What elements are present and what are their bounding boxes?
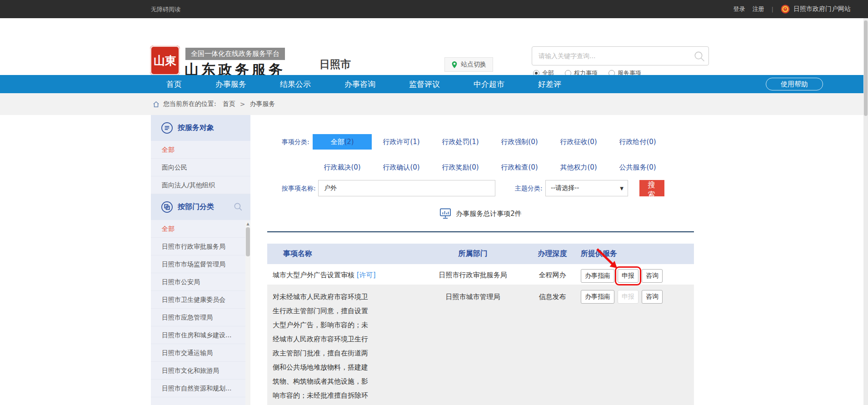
- category-filter-button[interactable]: 行政确认(0): [372, 160, 431, 175]
- service-target-icon: [161, 122, 173, 134]
- topic-select[interactable]: --请选择-- ▼: [545, 180, 628, 196]
- chevron-down-icon: ▼: [620, 186, 624, 191]
- sidebar-section-title: 按服务对象: [178, 123, 214, 133]
- guide-button[interactable]: 办事指南: [581, 290, 614, 304]
- header: 山東 全国一体化在线政务服务平台 山东政务服务 日照市 站点切换 全部权力事项服…: [0, 18, 868, 75]
- sidebar-scrollbar[interactable]: ▲: [245, 221, 250, 405]
- category-filter-button[interactable]: 行政检查(0): [490, 160, 549, 175]
- category-filter-button[interactable]: 行政处罚(1): [431, 134, 490, 150]
- summary-text: 办事服务总计事项2件: [456, 210, 522, 218]
- sidebar-item[interactable]: 面向公民: [151, 159, 250, 176]
- category-filter-button[interactable]: 全部(2): [313, 134, 372, 150]
- sidebar-item[interactable]: 日照市自然资源和规划...: [151, 380, 250, 397]
- category-filter-name: 行政奖励: [442, 163, 469, 172]
- category-filter-list: 全部(2)行政许可(1)行政处罚(1)行政强制(0)行政征收(0)行政给付(0)…: [313, 134, 667, 175]
- main-content: 事项分类: 全部(2)行政许可(1)行政处罚(1)行政强制(0)行政征收(0)行…: [267, 115, 694, 405]
- category-filter-count: (0): [646, 138, 656, 146]
- sidebar-item[interactable]: 日照市交通运输局: [151, 344, 250, 362]
- nav-item-4[interactable]: 办事咨询: [344, 79, 375, 90]
- sidebar-search-icon[interactable]: [233, 202, 243, 214]
- nav-items: 首页办事服务结果公示办事咨询监督评议中介超市好差评: [166, 75, 561, 93]
- site-switch-label: 站点切换: [461, 60, 486, 69]
- portal-link[interactable]: 日照市政府门户网站: [781, 5, 851, 14]
- location-pin-icon: [451, 61, 458, 69]
- item-permission-tag[interactable]: [许可]: [357, 271, 376, 279]
- national-emblem-icon: [781, 5, 790, 14]
- site-switch-button[interactable]: 站点切换: [444, 57, 493, 72]
- nav-item-3[interactable]: 结果公示: [280, 79, 311, 90]
- column-header-depth: 办理深度: [524, 249, 581, 259]
- category-filter-count: (0): [410, 163, 419, 171]
- table-row: 城市大型户外广告设置审核 [许可]日照市行政审批服务局全程网办办事指南申报咨询: [267, 264, 694, 285]
- category-filter-button[interactable]: 行政裁决(0): [313, 160, 372, 175]
- window-scrollbar-thumb[interactable]: [864, 20, 868, 116]
- category-filter-name: 行政处罚: [442, 138, 469, 146]
- item-department-cell: 日照市行政审批服务局: [422, 269, 524, 283]
- nav-item-6[interactable]: 中介超市: [474, 79, 504, 90]
- category-filter-button[interactable]: 行政强制(0): [490, 134, 549, 150]
- sidebar-item[interactable]: 全部: [151, 141, 250, 159]
- stats-monitor-icon: [439, 208, 451, 220]
- category-filter-name: 行政许可: [383, 138, 410, 146]
- apply-button[interactable]: 申报: [618, 269, 639, 283]
- login-link[interactable]: 登录: [733, 5, 745, 13]
- accessibility-link[interactable]: 无障碍阅读: [151, 5, 180, 14]
- sidebar-scrollbar-up-arrow[interactable]: ▲: [245, 222, 250, 226]
- breadcrumb-separator: >: [240, 100, 245, 108]
- category-filter-button[interactable]: 其他权力(0): [549, 160, 608, 175]
- summary-line: 办事服务总计事项2件: [267, 208, 694, 220]
- window-scrollbar[interactable]: [863, 18, 868, 405]
- category-filter-count: (0): [528, 138, 538, 146]
- sidebar-item[interactable]: 日照市应急管理局: [151, 309, 250, 326]
- category-filter-button[interactable]: 公共服务(0): [608, 160, 667, 175]
- sidebar-item[interactable]: 日照市市场监督管理局: [151, 255, 250, 273]
- item-name-input[interactable]: [319, 180, 495, 196]
- consult-button[interactable]: 咨询: [642, 269, 663, 283]
- register-link[interactable]: 注册: [753, 5, 764, 13]
- item-name-text[interactable]: 对未经城市人民政府市容环境卫生行政主管部门同意，擅自设置大型户外广告，影响市容的…: [273, 290, 374, 405]
- consult-button[interactable]: 咨询: [642, 290, 663, 304]
- topbar-divider: |: [772, 6, 773, 13]
- category-filter-count: (0): [587, 138, 597, 146]
- sidebar-item[interactable]: 日照市卫生健康委员会: [151, 291, 250, 309]
- category-filter-count: (0): [469, 163, 479, 171]
- category-filter-count: (0): [646, 163, 656, 171]
- category-filter-button[interactable]: 行政许可(1): [372, 134, 431, 150]
- help-button[interactable]: 使用帮助: [766, 78, 823, 90]
- category-filter-name: 行政检查: [501, 163, 528, 172]
- keyword-search-box: [532, 46, 709, 65]
- breadcrumb-home-link[interactable]: 首页: [223, 100, 235, 108]
- item-services-cell: 办事指南申报咨询: [581, 269, 694, 283]
- home-icon: [153, 101, 160, 108]
- category-filter-count: (0): [528, 163, 538, 171]
- sidebar-item[interactable]: 日照市公安局: [151, 273, 250, 291]
- platform-tag: 全国一体化在线政务服务平台: [185, 48, 285, 60]
- sidebar-scrollbar-thumb[interactable]: [246, 227, 250, 256]
- topbar-right: 登录 注册 | 日照市政府门户网站: [733, 0, 851, 18]
- category-filter-button[interactable]: 行政奖励(0): [431, 160, 490, 175]
- city-name: 日照市: [319, 57, 351, 71]
- nav-item-2[interactable]: 办事服务: [215, 79, 246, 90]
- sidebar-item[interactable]: 日照市文化和旅游局: [151, 362, 250, 380]
- sidebar-item[interactable]: 日照市住房和城乡建设...: [151, 326, 250, 344]
- category-filter-button[interactable]: 行政给付(0): [608, 134, 667, 150]
- item-name-text[interactable]: 城市大型户外广告设置审核 [许可]: [273, 269, 379, 281]
- results-table-body: 城市大型户外广告设置审核 [许可]日照市行政审批服务局全程网办办事指南申报咨询对…: [267, 264, 694, 405]
- results-table-header: 事项名称所属部门办理深度所提供服务: [267, 244, 694, 264]
- guide-button[interactable]: 办事指南: [581, 269, 614, 283]
- category-filter-button[interactable]: 行政征收(0): [549, 134, 608, 150]
- keyword-search-input[interactable]: [532, 47, 708, 65]
- sidebar-item[interactable]: 面向法人/其他组织: [151, 176, 250, 194]
- section-divider: [267, 231, 694, 232]
- category-filter-count: (1): [410, 138, 419, 146]
- topic-filter-label: 主题分类:: [515, 185, 543, 193]
- search-submit-button[interactable]: 搜 索: [639, 180, 664, 196]
- sidebar-item[interactable]: 全部: [151, 220, 250, 238]
- department-icon: [161, 201, 173, 213]
- nav-item-1[interactable]: 首页: [166, 79, 182, 90]
- sidebar-item[interactable]: 日照市行政审批服务局: [151, 238, 250, 255]
- main-nav: 首页办事服务结果公示办事咨询监督评议中介超市好差评 使用帮助: [0, 75, 868, 93]
- nav-item-5[interactable]: 监督评议: [409, 79, 440, 90]
- search-icon[interactable]: [693, 50, 706, 65]
- nav-item-7[interactable]: 好差评: [538, 79, 561, 90]
